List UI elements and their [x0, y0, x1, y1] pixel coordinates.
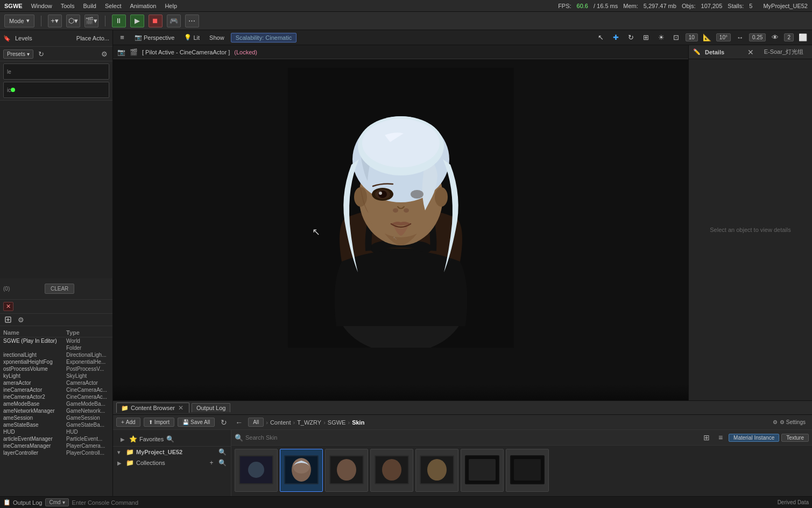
scale-snap-value[interactable]: 0.25 [749, 33, 766, 41]
pause-btn[interactable]: ⏸ [112, 15, 126, 27]
menu-help[interactable]: Help [165, 3, 177, 9]
outliner-row[interactable]: ineCameraManager PlayerCamera... [0, 442, 112, 449]
content-browser-tab[interactable]: 📁 Content Browser ✕ [116, 403, 189, 413]
show-btn[interactable]: Show [206, 33, 228, 42]
outliner-row[interactable]: ineCameraActor2 CineCameraAc... [0, 393, 112, 400]
play-btn[interactable]: ▶ [130, 15, 144, 27]
camera-speed-value[interactable]: 10 [686, 33, 698, 41]
surface-snap-btn[interactable]: ☀ [655, 32, 667, 44]
outliner-row[interactable]: ameSession GameSession [0, 414, 112, 421]
outliner-row[interactable]: ameModeBase GameModeBa... [0, 400, 112, 407]
import-btn[interactable]: ⬆ Import [144, 418, 174, 427]
filter-options-btn[interactable]: ⊞ [701, 432, 712, 443]
scale-snap-btn[interactable]: ↔ [734, 32, 746, 44]
stop-btn[interactable]: ⏹ [149, 15, 163, 27]
outliner-row[interactable]: HUD HUD [0, 428, 112, 435]
outliner-row[interactable]: ameraActor CameraActor [0, 379, 112, 386]
refresh-btn[interactable]: ↻ [37, 49, 46, 59]
breadcrumb-content[interactable]: Content [270, 419, 291, 426]
cb-refresh-btn[interactable]: ↻ [218, 417, 230, 428]
perspective-btn[interactable]: 📷 Perspective [131, 33, 178, 42]
add-content-btn[interactable]: +▾ [48, 15, 62, 27]
search-input[interactable] [245, 434, 698, 441]
filter-x-btn[interactable]: ✕ [6, 303, 11, 310]
scale-btn[interactable]: ⊞ [640, 32, 652, 44]
place-actors-label[interactable]: Place Acto... [76, 35, 109, 41]
thumbnail-1[interactable] [235, 449, 278, 492]
translate-btn[interactable]: ✚ [610, 32, 622, 44]
cb-back-btn[interactable]: ← [233, 417, 245, 428]
more-btn[interactable]: ⋯ [185, 15, 199, 27]
console-input[interactable] [72, 499, 774, 506]
outliner-row[interactable]: articleEventManager ParticleEvent... [0, 435, 112, 442]
collections-search-btn[interactable]: 🔍 [218, 458, 227, 467]
project-tree-item[interactable]: ▾ 📁 MyProject_UE52 🔍 [113, 447, 231, 457]
outliner-row[interactable]: kyLight SkyLight [0, 372, 112, 379]
outliner-row[interactable]: ameNetworkManager GameNetwork... [0, 407, 112, 414]
outliner-row[interactable]: xponentialHeightFog ExponentialHe... [0, 358, 112, 365]
outliner-row[interactable]: Folder [0, 344, 112, 351]
outliner-row[interactable]: ameStateBase GameStateBa... [0, 421, 112, 428]
details-close-btn[interactable]: ✕ [746, 47, 755, 57]
breadcrumb-sgwe[interactable]: SGWE [328, 419, 346, 426]
project-search-btn[interactable]: 🔍 [218, 448, 227, 456]
derived-data-btn[interactable]: Derived Data [778, 499, 809, 505]
outliner-settings-btn[interactable]: ⚙ [16, 315, 26, 324]
thumbnail-6[interactable] [461, 449, 504, 492]
presets-dropdown[interactable]: Presets ▾ [3, 50, 33, 59]
mode-dropdown[interactable]: Mode ▾ [4, 15, 34, 27]
favorites-item[interactable]: ▶ ⭐ Favorites 🔍 [116, 434, 179, 444]
breadcrumb-skin[interactable]: Skin [352, 419, 364, 426]
grid-snap-value[interactable]: 10° [716, 33, 731, 41]
vr-btn[interactable]: 👁 [769, 32, 781, 44]
add-btn[interactable]: + Add [116, 418, 140, 427]
clear-btn[interactable]: CLEAR [45, 284, 74, 294]
vr-value[interactable]: 2 [784, 33, 794, 41]
viewport-3d[interactable]: ↖ ↖ [113, 59, 688, 384]
lit-btn[interactable]: 💡 Lit [181, 33, 203, 42]
menu-build[interactable]: Build [83, 3, 96, 9]
collections-item[interactable]: ▶ 📁 Collections + 🔍 [113, 457, 231, 468]
save-all-btn[interactable]: 💾 Save All [178, 418, 215, 427]
outliner-row[interactable]: ineCameraActor CineCameraAc... [0, 386, 112, 393]
all-btn[interactable]: All [248, 418, 264, 427]
thumbnail-5[interactable] [415, 449, 458, 492]
cinematics-btn[interactable]: 🎬▾ [84, 15, 98, 27]
settings-gear-btn[interactable]: ⚙ [100, 49, 109, 59]
collections-add-btn[interactable]: + [207, 458, 216, 467]
outliner-row[interactable]: ostProcessVolume PostProcessV... [0, 365, 112, 372]
menu-window[interactable]: Window [31, 3, 52, 9]
thumbnail-4[interactable] [370, 449, 413, 492]
output-log-tab[interactable]: Output Log [192, 403, 230, 412]
menu-tools[interactable]: Tools [61, 3, 75, 9]
gamepad-btn[interactable]: 🎮 [167, 15, 181, 27]
outliner-add-btn[interactable] [3, 315, 13, 324]
breadcrumb-twzry[interactable]: T_WZRY [297, 419, 321, 426]
favorites-search-btn[interactable]: 🔍 [166, 435, 174, 443]
settings-btn[interactable]: ⚙ ⚙ Settings [769, 418, 809, 426]
cb-tab-close-btn[interactable]: ✕ [177, 404, 185, 412]
sort-btn[interactable]: ≡ [715, 432, 726, 443]
source-control-btn[interactable]: ⬡▾ [66, 15, 80, 27]
levels-label[interactable]: Levels [15, 35, 32, 41]
maximize-btn[interactable]: ⬜ [797, 32, 809, 44]
grid-snap-btn[interactable]: 📐 [701, 32, 713, 44]
cmd-dropdown[interactable]: Cmd ▾ [45, 498, 68, 506]
menu-animation[interactable]: Animation [130, 3, 156, 9]
scalability-btn[interactable]: Scalability: Cinematic [231, 33, 297, 43]
select-mode-btn[interactable]: ↖ [595, 32, 607, 44]
rotate-btn[interactable]: ↻ [625, 32, 637, 44]
viewport-menu-btn[interactable]: ≡ [116, 32, 128, 44]
thumbnail-2[interactable] [280, 449, 323, 492]
filter-texture-btn[interactable]: Texture [781, 434, 809, 442]
thumbnail-3[interactable] [325, 449, 368, 492]
outliner-row[interactable]: SGWE (Play In Editor) World [0, 337, 112, 344]
output-log-btn[interactable]: 📋 Output Log [3, 499, 42, 506]
menu-select[interactable]: Select [105, 3, 122, 9]
outliner-row[interactable]: irectionalLight DirectionalLigh... [0, 351, 112, 358]
thumbnail-7[interactable] [506, 449, 549, 492]
filter-material-btn[interactable]: Material Instance [729, 434, 779, 442]
camera-speed-btn[interactable]: ⊡ [670, 32, 682, 44]
outliner-row[interactable]: layerController PlayerControll... [0, 449, 112, 456]
details-tab[interactable]: E-Soar_灯光组 [760, 47, 808, 57]
